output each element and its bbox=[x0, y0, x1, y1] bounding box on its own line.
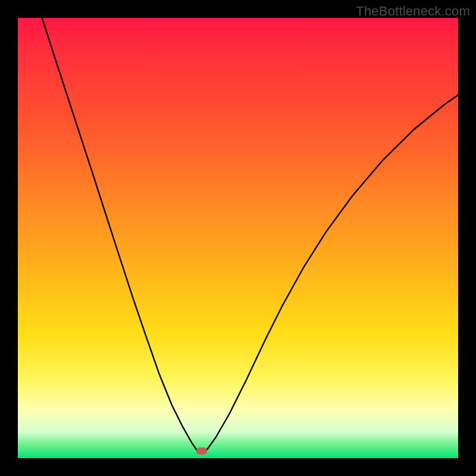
min-marker-bead bbox=[196, 447, 207, 455]
curve-path bbox=[42, 18, 458, 453]
bottleneck-curve bbox=[18, 18, 458, 458]
plot-area bbox=[18, 18, 458, 458]
watermark-text: TheBottleneck.com bbox=[356, 4, 470, 19]
chart-frame: TheBottleneck.com bbox=[0, 0, 476, 476]
